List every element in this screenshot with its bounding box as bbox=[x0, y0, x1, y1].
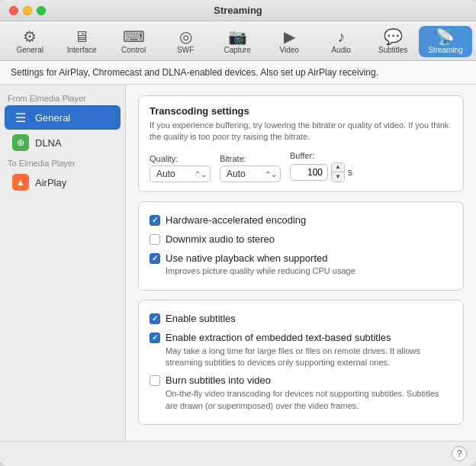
hw-encoding-row: Hardware-accelerated encoding bbox=[150, 211, 452, 230]
quality-label: Quality: bbox=[150, 154, 211, 163]
title-bar: Streaming bbox=[0, 0, 476, 21]
tab-streaming-label: Streaming bbox=[428, 46, 463, 54]
airplay-sidebar-icon: ▲ bbox=[12, 174, 29, 191]
bottom-bar: ? bbox=[0, 441, 476, 466]
sidebar-section-to-label: To Elmedia Player bbox=[0, 156, 125, 169]
buffer-group: Buffer: ▲ ▼ s bbox=[290, 151, 352, 182]
buffer-stepper: ▲ ▼ bbox=[331, 162, 345, 182]
burn-subtitles-desc: On-the-fly video transcoding for devices… bbox=[166, 388, 452, 412]
video-icon: ▶ bbox=[284, 29, 295, 44]
tab-capture[interactable]: 📷 Capture bbox=[211, 26, 263, 57]
burn-subtitles-label: Burn subtitles into video bbox=[166, 374, 452, 387]
traffic-lights bbox=[9, 6, 46, 15]
audio-icon: ♪ bbox=[337, 29, 345, 44]
buffer-unit: s bbox=[348, 167, 352, 178]
tab-general-label: General bbox=[16, 46, 43, 54]
description-bar: Settings for AirPlay, Chromecast and DLN… bbox=[0, 61, 476, 85]
hw-encoding-checkbox[interactable] bbox=[150, 215, 160, 226]
app-window: Streaming ⚙ General 🖥 Interface ⌨ Contro… bbox=[0, 0, 476, 466]
general-sidebar-icon: ☰ bbox=[12, 109, 29, 126]
close-button[interactable] bbox=[9, 6, 18, 15]
buffer-input[interactable] bbox=[290, 164, 328, 181]
downmix-checkbox[interactable] bbox=[150, 234, 160, 245]
sidebar-item-dlna[interactable]: ⊕ DLNA bbox=[5, 130, 121, 155]
native-playback-row: Use native playback when supported Impro… bbox=[150, 249, 452, 281]
sidebar-item-dlna-label: DLNA bbox=[35, 137, 62, 149]
interface-icon: 🖥 bbox=[74, 29, 89, 44]
tab-swf[interactable]: ◎ SWF bbox=[159, 26, 211, 57]
sidebar: From Elmedia Player ☰ General ⊕ DLNA To … bbox=[0, 85, 126, 441]
bitrate-label: Bitrate: bbox=[220, 154, 281, 163]
bitrate-select-wrapper: Auto 1 Mbps 2 Mbps 4 Mbps 8 Mbps ⌃⌄ bbox=[220, 166, 281, 182]
quality-select[interactable]: Auto Low Medium High bbox=[150, 166, 211, 182]
downmix-row: Downmix audio to stereo bbox=[150, 230, 452, 249]
settings-row: Quality: Auto Low Medium High ⌃⌄ bbox=[150, 151, 452, 182]
enable-subtitles-checkbox[interactable] bbox=[150, 313, 160, 324]
quality-select-wrapper: Auto Low Medium High ⌃⌄ bbox=[150, 166, 211, 182]
buffer-decrement-button[interactable]: ▼ bbox=[332, 172, 344, 182]
buffer-increment-button[interactable]: ▲ bbox=[332, 163, 344, 172]
capture-icon: 📷 bbox=[228, 29, 247, 44]
enable-subtitles-label: Enable subtitles bbox=[166, 313, 236, 326]
extract-subtitles-checkbox[interactable] bbox=[150, 333, 160, 343]
encoding-section: Hardware-accelerated encoding Downmix au… bbox=[138, 201, 464, 291]
extract-subtitles-row: Enable extraction of embedded text-based… bbox=[150, 329, 452, 372]
hw-encoding-label: Hardware-accelerated encoding bbox=[166, 214, 306, 227]
tab-video-label: Video bbox=[280, 46, 299, 54]
buffer-label: Buffer: bbox=[290, 151, 352, 160]
tab-interface-label: Interface bbox=[67, 46, 97, 54]
tab-audio[interactable]: ♪ Audio bbox=[315, 26, 367, 57]
control-icon: ⌨ bbox=[123, 29, 145, 44]
content-panel: Transcoding settings If you experience b… bbox=[126, 85, 476, 441]
native-playback-label: Use native playback when supported bbox=[166, 252, 355, 265]
tab-interface[interactable]: 🖥 Interface bbox=[56, 26, 108, 57]
native-playback-checkbox[interactable] bbox=[150, 253, 160, 264]
description-text: Settings for AirPlay, Chromecast and DLN… bbox=[11, 67, 378, 78]
maximize-button[interactable] bbox=[37, 6, 46, 15]
streaming-icon: 📡 bbox=[436, 29, 455, 44]
help-button[interactable]: ? bbox=[452, 446, 467, 461]
bitrate-group: Bitrate: Auto 1 Mbps 2 Mbps 4 Mbps 8 Mbp… bbox=[220, 154, 281, 182]
native-playback-desc: Improves picture quality while reducing … bbox=[166, 265, 355, 277]
tab-swf-label: SWF bbox=[177, 46, 194, 54]
transcoding-section: Transcoding settings If you experience b… bbox=[138, 95, 464, 192]
window-title: Streaming bbox=[214, 5, 262, 16]
extract-subtitles-desc: May take a long time for large files or … bbox=[166, 345, 452, 369]
tab-control[interactable]: ⌨ Control bbox=[108, 26, 159, 57]
sidebar-item-airplay-label: AirPlay bbox=[35, 177, 66, 188]
bitrate-select[interactable]: Auto 1 Mbps 2 Mbps 4 Mbps 8 Mbps bbox=[220, 166, 281, 182]
tab-video[interactable]: ▶ Video bbox=[263, 26, 315, 57]
tab-streaming[interactable]: 📡 Streaming bbox=[419, 26, 472, 57]
tab-capture-label: Capture bbox=[224, 46, 251, 54]
native-playback-text: Use native playback when supported Impro… bbox=[166, 252, 355, 278]
burn-subtitles-row: Burn subtitles into video On-the-fly vid… bbox=[150, 371, 452, 415]
tab-subtitles[interactable]: 💬 Subtitles bbox=[367, 26, 419, 57]
tab-subtitles-label: Subtitles bbox=[378, 46, 407, 54]
transcoding-title: Transcoding settings bbox=[150, 105, 452, 117]
enable-subtitles-row: Enable subtitles bbox=[150, 310, 452, 329]
transcoding-desc: If you experience buffering, try lowerin… bbox=[150, 120, 452, 143]
burn-subtitles-checkbox[interactable] bbox=[150, 375, 160, 386]
swf-icon: ◎ bbox=[179, 29, 192, 44]
sidebar-item-airplay[interactable]: ▲ AirPlay bbox=[5, 170, 121, 194]
sidebar-section-from-label: From Elmedia Player bbox=[0, 91, 125, 104]
minimize-button[interactable] bbox=[23, 6, 32, 15]
subtitles-section: Enable subtitles Enable extraction of em… bbox=[138, 300, 464, 425]
sidebar-item-general[interactable]: ☰ General bbox=[5, 105, 121, 130]
main-content: From Elmedia Player ☰ General ⊕ DLNA To … bbox=[0, 85, 476, 441]
quality-group: Quality: Auto Low Medium High ⌃⌄ bbox=[150, 154, 211, 182]
downmix-label: Downmix audio to stereo bbox=[166, 233, 275, 246]
extract-subtitles-label: Enable extraction of embedded text-based… bbox=[166, 332, 452, 345]
sidebar-item-general-label: General bbox=[35, 112, 70, 124]
extract-subtitles-text: Enable extraction of embedded text-based… bbox=[166, 332, 452, 369]
burn-subtitles-text: Burn subtitles into video On-the-fly vid… bbox=[166, 374, 452, 412]
toolbar: ⚙ General 🖥 Interface ⌨ Control ◎ SWF 📷 … bbox=[0, 21, 476, 61]
help-icon: ? bbox=[457, 448, 462, 459]
tab-general[interactable]: ⚙ General bbox=[4, 26, 56, 57]
buffer-input-row: ▲ ▼ s bbox=[290, 162, 352, 182]
tab-audio-label: Audio bbox=[331, 46, 351, 54]
tab-control-label: Control bbox=[121, 46, 146, 54]
general-icon: ⚙ bbox=[23, 29, 37, 44]
subtitles-icon: 💬 bbox=[384, 29, 403, 44]
dlna-sidebar-icon: ⊕ bbox=[12, 134, 29, 151]
